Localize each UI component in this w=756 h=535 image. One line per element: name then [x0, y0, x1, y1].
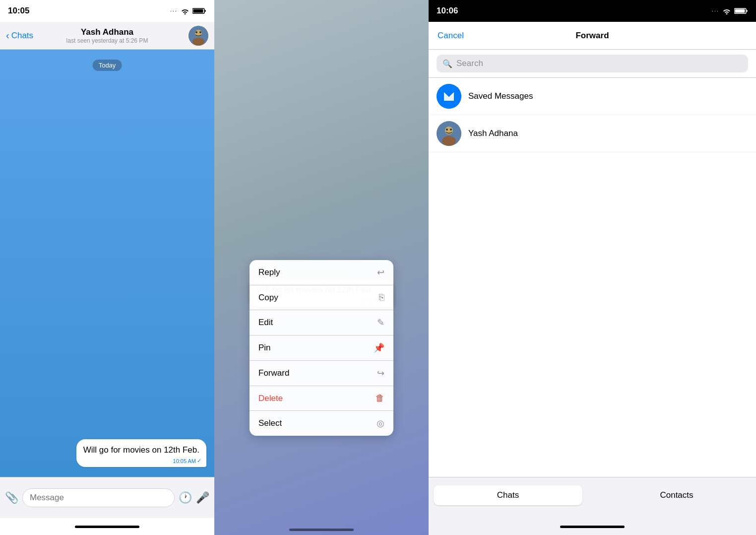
forward-status-bar: 10:06 ···: [429, 0, 756, 22]
svg-rect-1: [193, 9, 203, 13]
menu-item-copy[interactable]: Copy ⎘: [250, 285, 393, 310]
back-chevron-icon: ‹: [6, 30, 9, 41]
copy-label: Copy: [258, 293, 278, 303]
svg-point-14: [450, 129, 452, 131]
contact-yash-adhana[interactable]: Yash Adhana: [429, 115, 756, 152]
menu-item-forward[interactable]: Forward ↪: [250, 361, 393, 386]
tab-chats[interactable]: Chats: [434, 485, 582, 505]
back-label[interactable]: Chats: [11, 31, 33, 41]
message-input[interactable]: [22, 488, 175, 507]
contact-name: Yash Adhana: [66, 27, 148, 37]
forward-home-bar-line: [560, 526, 625, 528]
forward-icon: ↪: [377, 368, 384, 379]
context-menu: Reply ↩ Copy ⎘ Edit ✎ Pin 📌 Forward ↪ De…: [250, 260, 393, 436]
select-icon: ◎: [377, 418, 384, 429]
pin-label: Pin: [258, 343, 271, 353]
menu-item-pin[interactable]: Pin 📌: [250, 335, 393, 361]
delete-icon: 🗑: [376, 393, 384, 403]
input-bar: 📎 🕐 🎤: [0, 477, 214, 518]
context-status-bar: [214, 0, 429, 22]
reply-label: Reply: [258, 268, 280, 277]
menu-item-edit[interactable]: Edit ✎: [250, 310, 393, 335]
svg-point-9: [437, 84, 461, 109]
reply-icon: ↩: [377, 267, 384, 278]
menu-item-reply[interactable]: Reply ↩: [250, 260, 393, 285]
signal-dots-icon: ···: [170, 8, 178, 14]
pin-icon: 📌: [374, 342, 384, 353]
svg-point-12: [442, 136, 456, 146]
svg-point-13: [446, 129, 448, 131]
chat-background: Today Will go for movies on 12th Feb. 10…: [0, 50, 214, 477]
mic-icon[interactable]: 🎤: [196, 491, 209, 504]
sticker-icon[interactable]: 🕐: [179, 491, 192, 504]
forward-nav: Cancel Forward: [429, 22, 756, 50]
status-time: 10:05: [8, 6, 29, 16]
forward-title: Forward: [575, 31, 609, 41]
menu-item-delete[interactable]: Delete 🗑: [250, 386, 393, 411]
chat-panel: 10:05 ··· ‹ Chats Yash Adhana last seen …: [0, 0, 214, 535]
message-text: Will go for movies on 12th Feb.: [83, 444, 199, 456]
tab-contacts[interactable]: Contacts: [602, 485, 751, 505]
home-indicator: [0, 518, 214, 535]
forward-battery-icon: [734, 7, 748, 14]
yash-adhana-avatar: [437, 121, 461, 146]
svg-point-6: [199, 31, 201, 33]
cancel-button[interactable]: Cancel: [438, 31, 464, 41]
search-icon: 🔍: [442, 59, 452, 68]
attachment-icon[interactable]: 📎: [5, 491, 18, 504]
search-container: 🔍 Search: [429, 50, 756, 78]
copy-icon: ⎘: [379, 292, 384, 303]
home-bar: [75, 526, 139, 528]
search-bar[interactable]: 🔍 Search: [437, 55, 748, 72]
check-icon: ✓: [197, 458, 201, 464]
nav-center: Yash Adhana last seen yesterday at 5:26 …: [66, 27, 148, 44]
forward-panel: 10:06 ··· Cancel Forward 🔍 Search: [429, 0, 756, 535]
battery-icon: [192, 7, 206, 14]
forward-home-indicator: [429, 518, 756, 535]
forward-wifi-icon: [722, 8, 731, 14]
forward-signal-icon: ···: [712, 8, 719, 14]
saved-messages-avatar: [437, 84, 461, 109]
back-button[interactable]: ‹ Chats: [6, 30, 33, 41]
svg-point-4: [192, 38, 204, 46]
select-label: Select: [258, 418, 282, 428]
message-meta: 10:05 AM ✓: [173, 458, 201, 464]
contact-saved-messages[interactable]: Saved Messages: [429, 78, 756, 115]
date-badge: Today: [93, 60, 122, 71]
context-home-indicator: [289, 529, 354, 531]
tab-chats-label: Chats: [497, 490, 519, 500]
svg-point-5: [195, 31, 197, 33]
search-placeholder: Search: [456, 59, 483, 68]
context-menu-panel: Will go for movies on 12th Feb. 10:05 AM…: [214, 0, 429, 535]
edit-label: Edit: [258, 318, 273, 328]
menu-item-select[interactable]: Select ◎: [250, 411, 393, 436]
avatar[interactable]: [189, 26, 208, 46]
forward-status-time: 10:06: [437, 6, 458, 16]
last-seen: last seen yesterday at 5:26 PM: [66, 37, 148, 44]
tab-contacts-label: Contacts: [660, 490, 693, 500]
forward-status-icons: ···: [712, 7, 748, 14]
delete-label: Delete: [258, 394, 283, 403]
forward-tab-bar: Chats Contacts: [429, 477, 756, 518]
contacts-list: Saved Messages Yash Adhana: [429, 78, 756, 477]
nav-bar: ‹ Chats Yash Adhana last seen yesterday …: [0, 22, 214, 50]
svg-rect-8: [735, 9, 745, 13]
status-bar: 10:05 ···: [0, 0, 214, 22]
edit-icon: ✎: [377, 317, 384, 328]
forward-label: Forward: [258, 368, 289, 378]
yash-adhana-name: Yash Adhana: [468, 129, 518, 138]
message-bubble[interactable]: Will go for movies on 12th Feb. 10:05 AM…: [76, 439, 206, 467]
message-time: 10:05 AM: [173, 458, 196, 464]
saved-messages-name: Saved Messages: [468, 91, 533, 101]
wifi-icon: [181, 8, 189, 14]
status-icons: ···: [170, 7, 206, 14]
